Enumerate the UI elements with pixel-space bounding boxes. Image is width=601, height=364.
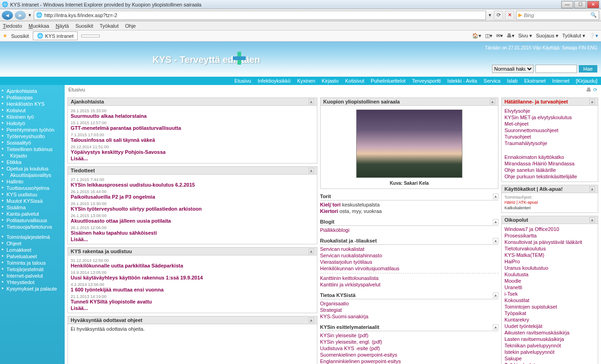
oikopolku-link[interactable]: HaiPro	[504, 258, 595, 265]
sidebar-item[interactable]: Kirjasto	[2, 152, 63, 159]
oikopolku-link[interactable]: Toimintojen supistukset	[504, 303, 595, 310]
oikopolku-link[interactable]: Aikuisten ravitsemuskäsikirja	[504, 329, 595, 336]
mail-icon[interactable]: ✉▾	[496, 33, 503, 39]
tietoa-link[interactable]: Strategiat	[320, 307, 498, 313]
collapse-icon[interactable]: ▲	[589, 99, 595, 104]
sidebar-item[interactable]: Sosiaalityö	[2, 140, 63, 146]
browser-tab[interactable]: 🌐 KYS intranet	[33, 31, 78, 40]
menu-suosikit[interactable]: Suosikit	[75, 23, 93, 29]
new-tab-button[interactable]	[81, 35, 100, 37]
topnav-istekki[interactable]: Istekki - Avita	[447, 78, 477, 84]
help-icon[interactable]: ❔▾	[589, 33, 598, 39]
news-link[interactable]: Akuuttiosasto ottaa jälleen uusia potila…	[71, 218, 314, 224]
oikopolku-link[interactable]: Prosessikartta	[504, 232, 595, 239]
collapse-icon[interactable]: ▲	[309, 317, 314, 323]
oikopolku-link[interactable]: Lasten ravitsemuskäsikirja	[504, 336, 595, 342]
more-link[interactable]: Lisää...	[71, 305, 314, 311]
news-link[interactable]: Suurmuutto alkaa helatorstaina	[71, 113, 314, 119]
favorites-star-icon[interactable]: ★	[3, 33, 7, 39]
ruoka-link[interactable]: Kanttiini ja virkistyspalvelut	[320, 281, 498, 288]
favorites-label[interactable]: Suosikit	[11, 33, 29, 39]
news-link[interactable]: Talousinfossa oli sali täynnä väkeä	[71, 137, 314, 143]
ruoka-link[interactable]: Kanttiinin keittolounaslista	[320, 275, 498, 281]
oikopolku-link[interactable]: Sakupe	[504, 355, 595, 362]
news-link[interactable]: Tunneli KYSiltä yliopistolle avattu	[71, 299, 314, 304]
collapse-icon[interactable]: ▲	[493, 194, 498, 199]
collapse-icon[interactable]: ▲	[309, 99, 314, 104]
hata-link[interactable]: Ohje sanelun lääkärille	[504, 167, 595, 173]
hae-button[interactable]: Hae	[579, 65, 597, 73]
sidebar-item[interactable]: Henkilöstön KYS	[2, 101, 63, 107]
menu-nayta[interactable]: Näytä	[55, 23, 69, 29]
safety-menu[interactable]: Suojaus ▾	[536, 33, 559, 39]
collapse-icon[interactable]: ▲	[589, 217, 595, 223]
topnav-puhelinluettelot[interactable]: Puhelinluettelot	[371, 78, 406, 84]
sidebar-item[interactable]: Kliininen työ	[2, 114, 63, 120]
news-link[interactable]: Uusi käytäväyhteys käyttöön rakennus 1:s…	[71, 275, 314, 280]
sidebar-item[interactable]: Ohjeet	[2, 240, 63, 247]
hata-link[interactable]: KYSin MET-ja elvytyskoulutus	[504, 114, 595, 121]
sidebar-item[interactable]: Kysymykset ja palaute	[2, 285, 63, 292]
sidebar-item[interactable]: Potilasopas	[2, 94, 63, 101]
sidebar-item[interactable]: Internet-palvelut	[2, 273, 63, 279]
blog-link[interactable]: Piällikköblogi	[320, 227, 498, 233]
topnav-kotisivut[interactable]: Kotisivut	[345, 78, 364, 84]
topnav-kirjaudu[interactable]: [Kirjaudu]	[576, 78, 597, 84]
topnav-kirjasto[interactable]: Kirjasto	[322, 78, 339, 84]
sidebar-item[interactable]: Perehtyminen työhön	[2, 127, 63, 133]
sidebar-item[interactable]: Lomakkeet	[2, 247, 63, 253]
sidebar-item[interactable]: Akuuttisijaisvalitys	[2, 172, 63, 178]
sidebar-item[interactable]: Työterveyshuolto	[2, 133, 63, 140]
collapse-icon[interactable]: ▲	[309, 249, 314, 254]
news-link[interactable]: GTT-menetelmä parantaa potilasturvallisu…	[71, 125, 314, 131]
hata-link[interactable]: Traumahälytysohje	[504, 140, 595, 146]
topnav-ekstranet[interactable]: Ekstranet	[524, 78, 546, 84]
url-bar[interactable]: 🌐 http://intra.kys.fi/index.asp?tz=-2	[34, 11, 486, 20]
topnav-islab[interactable]: Islab	[507, 78, 517, 84]
oikopolku-link[interactable]: Kokoustilat	[504, 297, 595, 303]
site-search-input[interactable]	[535, 65, 577, 73]
sidebar-item[interactable]: Ajankohtaista	[2, 88, 63, 94]
page-menu[interactable]: Sivu ▾	[518, 33, 532, 39]
oikopolku-link[interactable]: KYS-Matka(TEM)	[504, 252, 595, 258]
search-mode-select[interactable]: Normaali haku	[492, 65, 534, 73]
esittely-link[interactable]: KYSin yleisesite (pdf)	[320, 332, 498, 339]
oikopolku-link[interactable]: Tulkkipalvelut	[504, 362, 595, 364]
oikopolku-link[interactable]: Istekin palvelupyynnöt	[504, 349, 595, 355]
hata-link[interactable]: Turvaohjeet	[504, 133, 595, 140]
menu-tyokalut[interactable]: Työkalut	[100, 23, 119, 29]
hata-link[interactable]: Suuronnettomuusohjeet	[504, 127, 595, 133]
sidebar-item[interactable]: Tieteellinen tutkimus	[2, 146, 63, 152]
hata-link[interactable]: Mirandassa /Häiriö Mirandassa	[504, 160, 595, 167]
minimize-button[interactable]: —	[561, 1, 573, 8]
sidebar-item[interactable]: KYS uudistuu	[2, 191, 63, 198]
collapse-icon[interactable]: ▲	[493, 219, 498, 224]
collapse-icon[interactable]: ▲	[493, 292, 498, 298]
esittely-link[interactable]: KYSin yleisesite, engl. (pdf)	[320, 339, 498, 345]
close-button[interactable]: ✕	[587, 1, 599, 8]
search-input[interactable]	[524, 12, 589, 18]
oikopolku-link[interactable]: Uranetti	[504, 284, 595, 291]
collapse-icon[interactable]: ▲	[589, 186, 595, 192]
menu-ohje[interactable]: Ohje	[125, 23, 136, 29]
home-icon[interactable]: 🏠▾	[472, 33, 481, 39]
sidebar-item[interactable]: Yhteystiedot	[2, 279, 63, 285]
katko-link[interactable]: Katkokalenteri	[504, 205, 595, 211]
topnav-internet[interactable]: Internet	[552, 78, 569, 84]
collapse-icon[interactable]: ▲	[493, 324, 498, 330]
sidebar-item[interactable]: Tietojärjestelmät	[2, 266, 63, 273]
sidebar-item[interactable]: Hallinto	[2, 178, 63, 185]
oikopolku-link[interactable]: Tietoturvakoulutus	[504, 245, 595, 252]
forward-button[interactable]: ►	[15, 11, 26, 20]
oikopolku-link[interactable]: Windows7 ja Office2010	[504, 226, 595, 232]
sidebar-item[interactable]: Kotisivut	[2, 107, 63, 114]
hata-link[interactable]: Ohje purkuun tekstinkäsittelijälle	[504, 173, 595, 180]
menu-tiedosto[interactable]: TTiedostoiedosto	[3, 23, 22, 29]
oikopolku-link[interactable]: Moodle	[504, 278, 595, 284]
oikopolku-link[interactable]: i-Tsek	[504, 291, 595, 297]
search-box[interactable]: ▶ 🔍	[516, 11, 599, 20]
sidebar-item[interactable]: Muutot KYSissä	[2, 198, 63, 204]
torit-link[interactable]: Kiertori osta, myy, vuokraa	[320, 208, 498, 214]
topnav-servica[interactable]: Servica	[484, 78, 501, 84]
sidebar-item[interactable]: Hoitotyö	[2, 120, 63, 127]
